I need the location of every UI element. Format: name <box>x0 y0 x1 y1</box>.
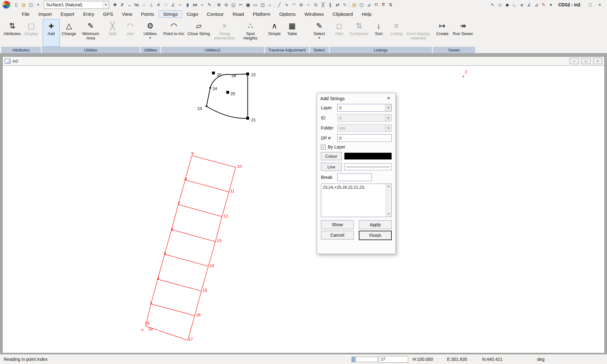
fall-arrows-icon[interactable]: ⇅ <box>387 1 394 8</box>
move-point-icon[interactable]: ↔ <box>126 1 133 8</box>
select-button-dropdown-icon[interactable]: ▼ <box>318 36 321 39</box>
menu-gps[interactable]: GPS <box>99 10 118 18</box>
document-titlebar[interactable]: in2 ─□× <box>3 57 604 66</box>
pointer-tool-icon[interactable]: ↖ <box>489 1 496 8</box>
points-scrollbar[interactable]: ▲ ▼ <box>386 184 391 217</box>
run-sewer-button[interactable]: ↠Run Sewer <box>451 19 474 47</box>
zoom-out-icon[interactable]: ⊖ <box>223 1 230 8</box>
menu-windows[interactable]: Windows <box>300 10 328 18</box>
line-style-preview[interactable] <box>344 163 392 170</box>
point-codes-icon[interactable]: # <box>155 1 162 8</box>
point-to-arc-button[interactable]: ◠Point to Arc <box>162 19 186 47</box>
point-index-icon[interactable]: ∷ <box>162 1 169 8</box>
dialog-titlebar[interactable]: Add Strings × <box>317 93 395 103</box>
apply-button[interactable]: Apply <box>359 220 392 229</box>
change-button[interactable]: △Change <box>60 19 77 47</box>
draw-polyline-icon[interactable]: ∿ <box>283 1 290 8</box>
colour-swatch[interactable] <box>344 153 392 160</box>
open-file-icon[interactable]: ▤ <box>20 1 27 8</box>
breaklines-icon[interactable]: ⋈ <box>191 1 199 8</box>
menu-help[interactable]: Help <box>357 10 376 18</box>
menu-platform[interactable]: Platform <box>248 10 275 18</box>
menu-strings[interactable]: Strings <box>159 10 182 18</box>
menu-import[interactable]: Import <box>34 10 56 18</box>
draw-line-icon[interactable]: ╱ <box>276 1 283 8</box>
home-view-icon[interactable]: ⌂ <box>266 1 273 8</box>
close-file-icon[interactable]: × <box>34 1 42 8</box>
menu-road[interactable]: Road <box>228 10 248 18</box>
menu-file[interactable]: File <box>17 10 34 18</box>
utilities-menu-button[interactable]: ⚙Utilities▼ <box>142 19 159 47</box>
add-button[interactable]: +Add <box>43 19 60 47</box>
surface-select[interactable]: Surface1 (Natural) ▼ <box>44 1 109 9</box>
scroll-up-icon[interactable]: ▲ <box>388 184 390 189</box>
spot-heights-button[interactable]: ∴Spot Heights <box>238 19 263 47</box>
menu-points[interactable]: Points <box>137 10 159 18</box>
cut-icon[interactable]: ✂ <box>237 1 244 8</box>
line-button[interactable]: Line <box>321 163 342 171</box>
copy-icon[interactable]: ▣ <box>244 1 252 8</box>
delete-point-icon[interactable]: ✗ <box>119 1 126 8</box>
create-button[interactable]: ↦Create <box>434 19 451 47</box>
layer-select[interactable]: 0 ▼ <box>337 104 392 112</box>
quick-section-icon[interactable]: ⊿ <box>533 1 540 8</box>
zoom-in-icon[interactable]: ⊕ <box>215 1 223 8</box>
drawing-canvas[interactable]: 2026222425232191081171261351441531618191… <box>3 66 604 353</box>
doc-minimize-button[interactable]: ─ <box>570 58 579 64</box>
select-button[interactable]: ✎Select▼ <box>311 19 328 47</box>
offset-tool-icon[interactable]: ⇄ <box>334 1 341 8</box>
by-layer-checkbox[interactable]: ✓ <box>321 145 326 149</box>
circle-tool-icon[interactable]: ○ <box>305 1 312 8</box>
utilities-menu-button-dropdown-icon[interactable]: ▼ <box>149 36 151 39</box>
tangent-tool-icon[interactable]: ⊙ <box>312 1 319 8</box>
field-data-icon[interactable]: ▮ <box>184 1 191 8</box>
menu-export[interactable]: Export <box>56 10 79 18</box>
show-button[interactable]: Show <box>321 220 354 229</box>
menu-view[interactable]: View <box>118 10 137 18</box>
cancel-button[interactable]: Cancel <box>321 231 354 240</box>
menu-cogo[interactable]: Cogo <box>182 10 202 18</box>
profile-view-icon[interactable]: ⊿ <box>365 1 372 8</box>
save-file-icon[interactable]: ◫ <box>27 1 34 8</box>
markup-pen-icon[interactable]: ✎ <box>341 1 348 8</box>
menu-entry[interactable]: Entry <box>79 10 99 18</box>
point-heights-icon[interactable]: ⊥ <box>148 1 155 8</box>
attributes-button[interactable]: ⇅Attributes <box>2 19 22 47</box>
open-project-icon[interactable]: ▤ <box>351 1 358 8</box>
menu-contour[interactable]: Contour <box>202 10 228 18</box>
minimum-area-button[interactable]: ✎Minimum Area <box>78 19 103 47</box>
section-view-icon[interactable]: ⊓ <box>372 1 380 8</box>
angle-entry-icon[interactable]: ∠ <box>169 1 177 8</box>
app-maximize-button[interactable]: □ <box>586 1 595 8</box>
sort-button[interactable]: ↓Sort <box>370 19 387 47</box>
snap-open-icon[interactable]: ◇ <box>496 1 504 8</box>
menu-clipboard[interactable]: Clipboard <box>328 10 357 18</box>
scroll-down-icon[interactable]: ▼ <box>388 212 390 217</box>
toolbar-overflow-icon[interactable]: ▾ <box>547 1 555 8</box>
intersect-tool-icon[interactable]: ╳ <box>319 1 327 8</box>
finish-button[interactable]: Finish <box>359 231 392 240</box>
simple-button[interactable]: ∧Simple <box>266 19 283 47</box>
app-close-button[interactable]: × <box>595 1 604 8</box>
draw-arc-icon[interactable]: ◠ <box>290 1 297 8</box>
zoom-window-icon[interactable]: ◱ <box>230 1 237 8</box>
doc-close-button[interactable]: × <box>593 58 602 64</box>
angle-measure-icon[interactable]: ∠ <box>525 1 533 8</box>
sketch-pen-icon[interactable]: ✎ <box>206 1 213 8</box>
bearing-entry-icon[interactable]: ⌐ <box>177 1 184 8</box>
rise-arrows-icon[interactable]: ⇈ <box>380 1 387 8</box>
snap-solid-icon[interactable]: ◆ <box>504 1 511 8</box>
frame-icon[interactable]: ▭ <box>252 1 259 8</box>
menu-options[interactable]: Options <box>275 10 300 18</box>
parallel-tool-icon[interactable]: ∥ <box>327 1 334 8</box>
ortho-toggle-icon[interactable]: ∟ <box>511 1 518 8</box>
point-symbols-icon[interactable]: ∴ <box>140 1 148 8</box>
dialog-close-icon[interactable]: × <box>385 95 392 101</box>
measure-tool-icon[interactable]: ⌀ <box>518 1 525 8</box>
points-textarea[interactable]: 23,24,+25,26,22,21,23, ▲ ▼ <box>321 184 392 217</box>
surface-select-arrow-icon[interactable]: ▼ <box>102 1 109 9</box>
doc-restore-button[interactable]: □ <box>581 58 591 64</box>
insert-point-icon[interactable]: ✚ <box>111 1 119 8</box>
erase-icon[interactable]: ⊘ <box>297 1 305 8</box>
layers-icon[interactable]: ◫ <box>259 1 266 8</box>
